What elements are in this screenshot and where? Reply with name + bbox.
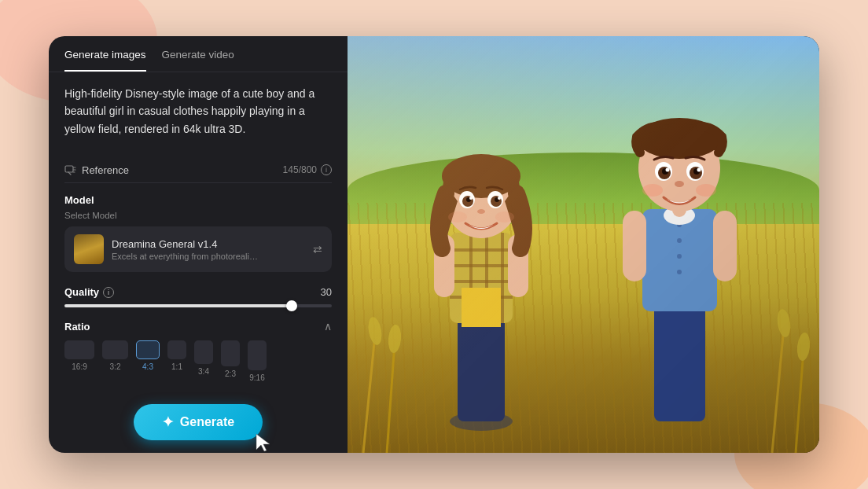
generate-icon: ✦ xyxy=(162,414,174,431)
model-name: Dreamina General v1.4 xyxy=(112,238,261,250)
main-container: Generate images Generate video High-fide… xyxy=(49,36,819,453)
quality-label-text: Quality xyxy=(64,286,99,298)
light-overlay xyxy=(348,36,819,453)
ratio-box-16-9 xyxy=(64,340,94,359)
tab-generate-images[interactable]: Generate images xyxy=(64,49,146,72)
ratio-box-2-3 xyxy=(221,340,240,366)
ratio-item-9-16[interactable]: 9:16 xyxy=(248,340,267,382)
tab-bar: Generate images Generate video xyxy=(49,36,348,72)
model-info: Dreamina General v1.4 Excels at everythi… xyxy=(112,238,261,261)
ratio-section: Ratio ∧ 16:9 3:2 4:3 xyxy=(49,312,348,395)
model-left: Dreamina General v1.4 Excels at everythi… xyxy=(74,234,261,264)
ratio-label-9-16: 9:16 xyxy=(249,373,264,382)
model-thumb-inner xyxy=(74,234,104,264)
model-select-label: Select Model xyxy=(64,211,332,220)
char-count: 145/800 i xyxy=(283,164,332,175)
ratio-label: Ratio xyxy=(64,321,90,333)
char-count-value: 145/800 xyxy=(283,164,317,175)
generate-label: Generate xyxy=(180,415,234,429)
ratio-item-3-2[interactable]: 3:2 xyxy=(102,340,128,382)
ratio-item-4-3[interactable]: 4:3 xyxy=(136,340,160,382)
svg-marker-1 xyxy=(256,434,270,451)
ratio-label-3-4: 3:4 xyxy=(198,367,209,376)
tab-generate-video[interactable]: Generate video xyxy=(162,49,234,72)
model-section-label: Model xyxy=(64,194,332,206)
left-panel: Generate images Generate video High-fide… xyxy=(49,36,348,453)
quality-slider-track[interactable] xyxy=(64,304,332,307)
reference-label: Reference xyxy=(82,164,129,176)
quality-section: Quality i 30 xyxy=(49,278,348,312)
ratio-label-3-2: 3:2 xyxy=(110,362,121,371)
model-thumbnail xyxy=(74,234,104,264)
quality-label: Quality i xyxy=(64,286,114,298)
quality-info-icon[interactable]: i xyxy=(103,287,114,298)
quality-slider-fill xyxy=(64,304,292,307)
quality-label-row: Quality i 30 xyxy=(64,286,332,298)
ratio-box-9-16 xyxy=(248,340,267,370)
ratio-box-1-1 xyxy=(167,340,186,359)
ratio-item-2-3[interactable]: 2:3 xyxy=(221,340,240,382)
svg-rect-0 xyxy=(65,166,73,172)
ratio-item-3-4[interactable]: 3:4 xyxy=(194,340,213,382)
quality-value: 30 xyxy=(321,286,332,298)
quality-slider-thumb[interactable] xyxy=(286,300,297,311)
reference-icon xyxy=(64,164,77,176)
cursor-arrow-icon xyxy=(253,432,275,453)
generate-button[interactable]: ✦ Generate xyxy=(134,404,263,440)
ratio-grid: 16:9 3:2 4:3 1:1 xyxy=(64,340,332,382)
generate-btn-area: ✦ Generate xyxy=(49,395,348,453)
ratio-label-1-1: 1:1 xyxy=(171,362,182,371)
model-selector[interactable]: Dreamina General v1.4 Excels at everythi… xyxy=(64,226,332,272)
ratio-item-1-1[interactable]: 1:1 xyxy=(167,340,186,382)
right-panel xyxy=(348,36,819,453)
ratio-label-4-3: 4:3 xyxy=(142,362,153,371)
scene xyxy=(348,36,819,453)
ratio-collapse-icon[interactable]: ∧ xyxy=(324,320,332,333)
prompt-text[interactable]: High-fidelity Disney-style image of a cu… xyxy=(64,85,332,148)
model-section: Model Select Model Dreamina General v1.4… xyxy=(49,183,348,278)
prompt-area: High-fidelity Disney-style image of a cu… xyxy=(49,72,348,157)
ratio-box-4-3 xyxy=(136,340,160,359)
prompt-footer: Reference 145/800 i xyxy=(49,157,348,182)
ratio-label-16-9: 16:9 xyxy=(72,362,86,371)
ratio-item-16-9[interactable]: 16:9 xyxy=(64,340,94,382)
ratio-box-3-2 xyxy=(102,340,128,359)
ratio-label-row: Ratio ∧ xyxy=(64,320,332,333)
model-adjust-icon[interactable]: ⇄ xyxy=(313,243,322,256)
reference-button[interactable]: Reference xyxy=(64,164,129,176)
prompt-info-icon[interactable]: i xyxy=(321,164,332,175)
model-description: Excels at everything from photorealism t… xyxy=(112,252,261,261)
ratio-label-2-3: 2:3 xyxy=(225,370,236,378)
ratio-box-3-4 xyxy=(194,340,213,364)
